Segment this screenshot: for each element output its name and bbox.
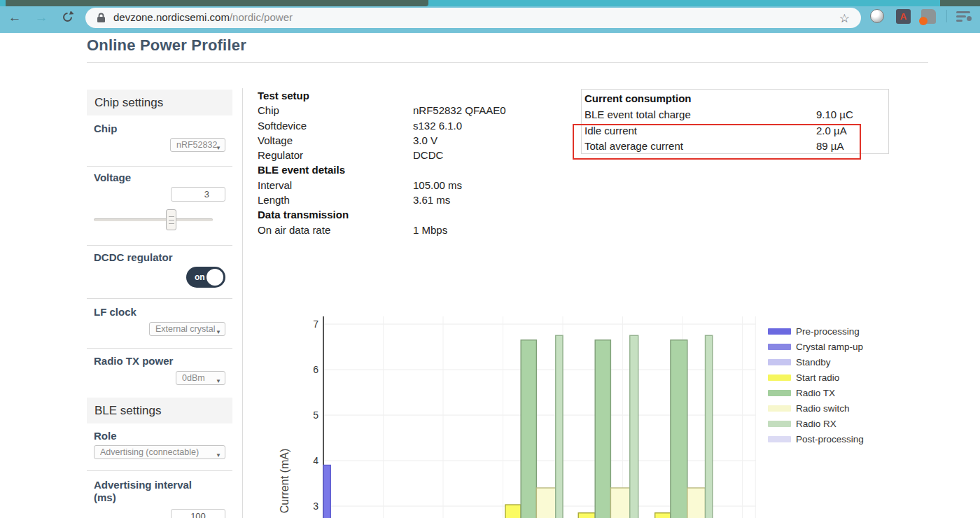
ble-settings-header: BLE settings [87,398,232,424]
power-profile-chart: 34567Current (mA) [276,314,766,518]
chevron-down-icon: ▼ [216,326,221,339]
segment-radio-tx [595,340,610,518]
window-titlebar-right [940,0,980,6]
test-setup-row: RegulatorDCDC [258,149,566,164]
address-bar[interactable]: devzone.nordicsemi.com/nordic/power ☆ [85,8,861,28]
test-setup-row: Length3.61 ms [258,194,566,209]
chip-label: Chip [94,122,117,134]
https-lock-icon [97,13,106,26]
segment-start-radio [505,505,521,518]
chevron-down-icon: ▼ [216,142,221,155]
y-tick-label: 6 [313,364,318,375]
chevron-down-icon: ▼ [216,449,221,462]
legend-swatch [768,359,791,365]
test-setup-row: BLE event details [258,164,566,178]
y-tick-label: 7 [313,318,318,330]
y-tick-label: 3 [313,500,318,512]
test-setup-row: Softdevices132 6.1.0 [258,120,566,134]
chart-legend: Pre-processingCrystal ramp-upStandbyStar… [768,323,864,447]
consumption-row: BLE event total charge9.10 µC [584,108,886,124]
page-title: Online Power Profiler [87,36,246,55]
extension-door-icon[interactable] [921,9,936,24]
segment-pre-processing [323,465,330,518]
segment-start-radio [578,513,595,518]
voltage-label: Voltage [94,172,131,183]
voltage-slider-track[interactable] [94,218,213,221]
browser-toolbar: ← → devzone.nordicsemi.com/nordic/power … [0,0,980,33]
current-consumption-title: Current consumption [584,92,692,104]
legend-swatch [768,421,791,427]
advertising-interval-label: Advertising interval [94,479,192,491]
chip-select[interactable]: nRF52832▼ [170,138,225,152]
segment-radio-tx [671,340,687,518]
segment-radio-rx [630,335,638,518]
sidebar-divider [242,88,243,518]
dcdc-toggle[interactable]: on [186,267,225,288]
segment-radio-rx [705,335,712,518]
voltage-slider-handle[interactable] [166,209,176,230]
bookmark-star-icon[interactable]: ☆ [839,11,850,26]
advertising-interval-input[interactable]: 100 [171,509,225,518]
window-titlebar-left [6,0,428,6]
segment-radio-tx [521,340,536,518]
legend-swatch [768,344,791,350]
acrobat-extension-icon[interactable]: A [896,9,911,24]
chip-settings-header: Chip settings [87,90,232,115]
legend-item: Pre-processing [768,323,864,339]
y-axis-label: Current (mA) [279,449,290,513]
y-tick-label: 5 [313,410,318,421]
legend-item: Post-processing [768,431,864,447]
legend-swatch [768,405,791,412]
segment-radio-rx [556,335,563,518]
segment-radio-switch [687,488,706,518]
radio-tx-power-select[interactable]: 0dBm▼ [176,371,225,385]
url-text: devzone.nordicsemi.com/nordic/power [113,11,293,23]
toolbar-separator [946,10,947,22]
role-select[interactable]: Advertising (connectable)▼ [94,445,225,459]
test-setup-row: ChipnRF52832 QFAAE0 [258,104,566,119]
legend-item: Radio RX [768,416,864,431]
toggle-state-label: on [195,272,205,282]
reload-icon[interactable] [58,8,76,27]
radio-tx-power-label: Radio TX power [94,355,173,367]
forward-icon[interactable]: → [32,8,50,27]
test-setup-row: On air data rate1 Mbps [258,224,566,239]
legend-swatch [768,328,791,335]
toggle-knob [206,269,223,286]
lf-clock-label: LF clock [94,306,136,318]
legend-item: Radio switch [768,400,864,416]
legend-item: Standby [768,354,864,370]
advertising-interval-unit: (ms) [94,491,116,503]
lf-clock-select[interactable]: External crystal▼ [149,322,225,336]
extension-orb-icon[interactable] [870,9,884,23]
legend-swatch [768,436,791,442]
legend-swatch [768,374,791,381]
highlight-annotation [573,124,861,160]
legend-item: Radio TX [768,385,864,400]
legend-item: Crystal ramp-up [768,339,864,354]
test-setup-row: Data transmission [258,209,566,223]
back-icon[interactable]: ← [6,8,24,27]
y-tick-label: 4 [313,455,318,466]
url-path: /nordic/power [230,11,293,23]
test-setup-row: Interval105.00 ms [258,179,566,194]
url-domain: devzone.nordicsemi.com [113,11,230,23]
segment-radio-switch [536,488,555,518]
voltage-input[interactable]: 3 [171,187,225,202]
browser-menu-icon[interactable] [956,11,972,22]
legend-item: Start radio [768,370,864,385]
segment-radio-switch [610,488,629,518]
dcdc-regulator-label: DCDC regulator [94,251,173,263]
test-setup-row: Voltage3.0 V [258,134,566,149]
test-setup-panel: Test setupChipnRF52832 QFAAE0Softdevices… [258,90,566,239]
segment-start-radio [655,513,671,518]
legend-swatch [768,390,791,396]
role-label: Role [94,430,117,442]
chevron-down-icon: ▼ [216,375,221,388]
title-divider [87,62,928,63]
test-setup-row: Test setup [258,90,566,104]
